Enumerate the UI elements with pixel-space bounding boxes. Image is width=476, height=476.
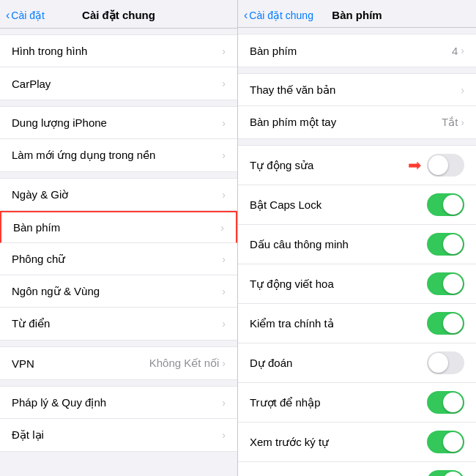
chevron-right-icon: › xyxy=(222,149,226,161)
red-arrow-icon: ➡ xyxy=(408,156,421,175)
du-doan-row[interactable]: Dự đoán xyxy=(238,343,476,383)
row-label: Đặt lại xyxy=(12,428,222,442)
right-nav-header: ‹ Cài đặt chung Bàn phím xyxy=(238,0,476,28)
row-label: Phông chữ xyxy=(12,253,222,266)
bat-caps-lock-row[interactable]: Bật Caps Lock xyxy=(238,185,476,225)
row-label: VPN xyxy=(12,357,149,370)
tu-dong-sua-row[interactable]: Tự động sửa ➡ xyxy=(238,146,476,185)
chevron-right-icon: › xyxy=(222,117,226,129)
chevron-right-icon: › xyxy=(222,357,226,369)
toggle-knob xyxy=(443,432,463,452)
right-section-2: Thay thế văn bản › Bàn phím một tay Tắt … xyxy=(238,73,476,139)
row-label: Dung lượng iPhone xyxy=(12,116,222,130)
list-item[interactable]: Đặt lại › xyxy=(0,419,237,451)
list-item[interactable]: Từ điển › xyxy=(0,308,237,340)
row-label: Dự đoán xyxy=(250,357,427,370)
left-nav-header: ‹ Cài đặt Cài đặt chung xyxy=(0,0,237,29)
chevron-right-icon: › xyxy=(222,189,226,201)
row-label: Bàn phím xyxy=(13,221,220,234)
toggle-knob xyxy=(428,353,448,373)
left-back-label: Cài đặt xyxy=(11,10,45,21)
xem-truoc-ky-tu-row[interactable]: Xem trước ký tự xyxy=(238,423,476,462)
toggle-knob xyxy=(443,393,463,412)
list-item[interactable]: Ngôn ngữ & Vùng › xyxy=(0,275,237,308)
tu-dong-viet-hoa-row[interactable]: Tự động viết hoa xyxy=(238,264,476,304)
row-label: Xem trước ký tự xyxy=(250,436,427,449)
toggle-knob xyxy=(443,274,463,294)
phim-tat-toggle[interactable] xyxy=(427,470,464,476)
chevron-right-icon: › xyxy=(222,286,226,297)
row-label: Ngôn ngữ & Vùng xyxy=(12,285,222,298)
row-label: Trượt để nhập xyxy=(250,396,427,409)
phim-tat-row[interactable]: Phím tắt "." xyxy=(238,462,476,476)
list-item[interactable]: Làm mới ứng dụng trong nền › xyxy=(0,139,237,171)
du-doan-toggle[interactable] xyxy=(427,352,464,374)
right-panel: ‹ Cài đặt chung Bàn phím Bàn phím 4 › Th… xyxy=(238,0,476,476)
row-label: Bàn phím xyxy=(250,45,452,57)
tu-dong-sua-toggle[interactable] xyxy=(427,154,464,176)
right-section-3: Tự động sửa ➡ Bật Caps Lock Dấu câu thôn… xyxy=(238,145,476,476)
row-label: Hình trong hình xyxy=(12,45,222,57)
right-back-button[interactable]: ‹ Cài đặt chung xyxy=(244,9,313,22)
chevron-right-icon: › xyxy=(222,429,226,441)
chevron-right-icon: › xyxy=(222,45,226,57)
xem-truoc-ky-tu-toggle[interactable] xyxy=(427,431,464,453)
ban-phim-mot-tay-row[interactable]: Bàn phím một tay Tắt › xyxy=(238,106,476,138)
row-label: CarPlay xyxy=(12,78,222,90)
toggle-knob xyxy=(443,313,463,333)
row-label: Tự động sửa xyxy=(250,159,408,172)
list-item[interactable]: VPN Không Kết nối › xyxy=(0,347,237,379)
list-item[interactable]: Dung lượng iPhone › xyxy=(0,107,237,139)
ban-phim-row[interactable]: Bàn phím › xyxy=(0,211,237,243)
chevron-right-icon: › xyxy=(461,84,464,96)
chevron-right-icon: › xyxy=(220,222,224,234)
row-label: Thay thế văn bản xyxy=(250,83,461,97)
left-panel: ‹ Cài đặt Cài đặt chung Hình trong hình … xyxy=(0,0,238,476)
row-label: Pháp lý & Quy định xyxy=(12,396,222,409)
row-label: Ngày & Giờ xyxy=(12,188,222,201)
left-back-button[interactable]: ‹ Cài đặt xyxy=(6,9,45,22)
kiem-tra-chinh-ta-toggle[interactable] xyxy=(427,312,464,335)
list-item[interactable]: CarPlay › xyxy=(0,67,237,100)
row-label: Dấu câu thông minh xyxy=(250,238,427,251)
chevron-right-icon: › xyxy=(222,253,226,265)
bat-caps-lock-toggle[interactable] xyxy=(427,193,464,216)
list-item[interactable]: Phông chữ › xyxy=(0,243,237,275)
left-section-5: Pháp lý & Quy định › Đặt lại › xyxy=(0,386,237,452)
ban-phim-count-row[interactable]: Bàn phím 4 › xyxy=(238,34,476,67)
list-item[interactable]: Pháp lý & Quy định › xyxy=(0,387,237,419)
dau-cau-thong-minh-row[interactable]: Dấu câu thông minh xyxy=(238,225,476,264)
truot-de-nhap-row[interactable]: Trượt để nhập xyxy=(238,383,476,423)
chevron-right-icon: › xyxy=(222,397,226,409)
toggle-knob xyxy=(443,234,463,254)
toggle-knob xyxy=(443,472,463,476)
row-label: Từ điển xyxy=(12,317,222,330)
list-item[interactable]: Ngày & Giờ › xyxy=(0,179,237,211)
left-section-4: VPN Không Kết nối › xyxy=(0,346,237,380)
right-settings-list: Bàn phím 4 › Thay thế văn bản › Bàn phím… xyxy=(238,28,476,476)
kiem-tra-chinh-ta-row[interactable]: Kiểm tra chính tả xyxy=(238,304,476,343)
keyboard-count-badge: 4 xyxy=(452,45,458,57)
row-label: Bàn phím một tay xyxy=(250,116,442,129)
left-section-3: Ngày & Giờ › Bàn phím › Phông chữ › Ngôn… xyxy=(0,178,237,341)
toggle-knob xyxy=(443,195,463,215)
list-item[interactable]: Hình trong hình › xyxy=(0,35,237,67)
left-section-1: Hình trong hình › CarPlay › xyxy=(0,34,237,100)
chevron-right-icon: › xyxy=(461,45,464,56)
left-chevron-icon: ‹ xyxy=(6,9,10,22)
row-label: Kiểm tra chính tả xyxy=(250,317,427,330)
row-label: Tự động viết hoa xyxy=(250,278,427,291)
right-back-label: Cài đặt chung xyxy=(249,10,313,21)
left-section-2: Dung lượng iPhone › Làm mới ứng dụng tro… xyxy=(0,106,237,172)
right-chevron-icon: ‹ xyxy=(244,9,248,22)
right-nav-title: Bàn phím xyxy=(332,9,382,21)
tu-dong-viet-hoa-toggle[interactable] xyxy=(427,272,464,295)
row-value: Không Kết nối xyxy=(149,357,220,370)
right-section-1: Bàn phím 4 › xyxy=(238,34,476,67)
row-value: Tắt xyxy=(442,116,458,129)
truot-de-nhap-toggle[interactable] xyxy=(427,391,464,414)
chevron-right-icon: › xyxy=(222,318,226,330)
thay-the-van-ban-row[interactable]: Thay thế văn bản › xyxy=(238,74,476,106)
dau-cau-toggle[interactable] xyxy=(427,233,464,256)
chevron-right-icon: › xyxy=(222,78,226,89)
